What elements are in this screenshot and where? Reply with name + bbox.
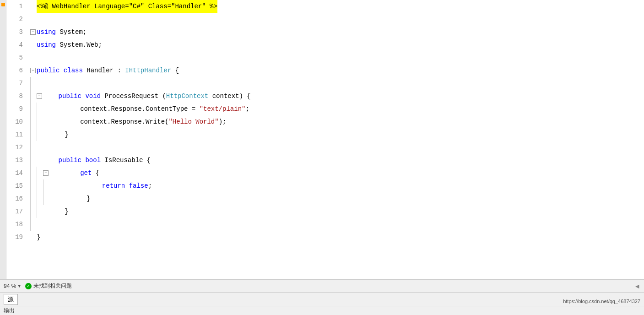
- bar2: [37, 179, 43, 192]
- code-token: [56, 179, 102, 192]
- zoom-dropdown-icon[interactable]: ▼: [17, 283, 22, 288]
- code-token: public: [59, 154, 81, 167]
- collapse-btn[interactable]: −: [30, 29, 36, 35]
- output-text: 输出: [4, 307, 15, 315]
- code-token: <%@ WebHandler Language="C#" Class="Hand…: [37, 0, 217, 13]
- bar1: [30, 205, 37, 218]
- line-number: 19: [6, 231, 26, 244]
- code-line: [30, 77, 644, 90]
- bar1: [30, 192, 37, 205]
- line-number: 18: [6, 218, 26, 231]
- code-token: context.Response.ContentType =: [49, 103, 200, 115]
- code-line: }: [30, 205, 644, 218]
- code-line: [30, 218, 644, 231]
- bar1: [30, 218, 37, 231]
- code-token: }: [49, 205, 69, 218]
- code-content[interactable]: <%@ WebHandler Language="C#" Class="Hand…: [28, 0, 644, 279]
- bar2: [37, 103, 43, 115]
- code-token: "text/plain": [200, 103, 246, 115]
- bar1: [30, 179, 37, 192]
- code-token: return: [102, 179, 125, 192]
- line-numbers: 12345678910111213141516171819: [6, 0, 28, 279]
- code-line: [30, 141, 644, 154]
- code-line: −using System;: [30, 26, 644, 38]
- code-token: ;: [148, 179, 152, 192]
- bar2: [37, 128, 43, 141]
- code-token: }: [56, 192, 91, 205]
- code-line: <%@ WebHandler Language="C#" Class="Hand…: [30, 0, 644, 13]
- line-number: 14: [6, 167, 26, 179]
- code-line: context.Response.Write("Hello World");: [30, 115, 644, 128]
- code-token: IsReusable {: [101, 154, 151, 167]
- bar2: [37, 115, 43, 128]
- code-token: [43, 154, 59, 167]
- source-button[interactable]: 源: [4, 294, 18, 305]
- bar1: [30, 167, 37, 179]
- bar1: [30, 141, 37, 154]
- code-token: context) {: [208, 90, 250, 103]
- zoom-control[interactable]: 94 % ▼: [4, 283, 22, 289]
- line-number: 7: [6, 77, 26, 90]
- code-token: HttpContext: [166, 90, 208, 103]
- code-token: );: [219, 115, 227, 128]
- code-token: context.Response.Write(: [49, 115, 168, 128]
- code-token: System;: [56, 26, 87, 38]
- status-message: ✓ 未找到相关问题: [25, 282, 72, 290]
- bar3: [43, 192, 49, 205]
- code-token: [125, 179, 129, 192]
- bar1: [30, 115, 37, 128]
- collapse-btn[interactable]: −: [30, 68, 36, 73]
- line-number: 16: [6, 192, 26, 205]
- code-editor: 12345678910111213141516171819 <%@ WebHan…: [0, 0, 644, 279]
- code-token: ;: [245, 103, 249, 115]
- code-token: false: [129, 179, 148, 192]
- code-line: [30, 13, 644, 26]
- code-token: Handler :: [83, 64, 125, 77]
- bar1: [30, 154, 37, 167]
- bottom-toolbar: 源 https://blog.csdn.net/qq_46874327: [0, 292, 644, 306]
- code-token: IHttpHandler: [125, 64, 171, 77]
- line-number: 5: [6, 51, 26, 64]
- bar1: [30, 128, 37, 141]
- collapse-btn[interactable]: −: [37, 93, 42, 99]
- line-number: 10: [6, 115, 26, 128]
- code-line: return false;: [30, 179, 644, 192]
- scroll-indicator[interactable]: ◄: [634, 282, 640, 290]
- left-strip: [0, 0, 6, 279]
- line-number: 13: [6, 154, 26, 167]
- url-display: https://blog.csdn.net/qq_46874327: [563, 299, 640, 304]
- bar1: [30, 90, 37, 103]
- code-token: {: [92, 167, 99, 179]
- code-line: }: [30, 231, 644, 244]
- code-token: bool: [85, 154, 101, 167]
- code-token: public: [43, 90, 81, 103]
- line-number: 1: [6, 0, 26, 13]
- code-token: }: [37, 231, 40, 244]
- code-token: }: [49, 128, 69, 141]
- line-number: 15: [6, 179, 26, 192]
- bar1: [30, 77, 37, 90]
- code-token: void: [85, 90, 101, 103]
- code-line: context.Response.ContentType = "text/pla…: [30, 103, 644, 115]
- code-token: [60, 64, 63, 77]
- code-token: [49, 167, 80, 179]
- code-line: }: [30, 128, 644, 141]
- indicator-orange: [1, 3, 5, 6]
- status-bar: 94 % ▼ ✓ 未找到相关问题 ◄: [0, 279, 644, 292]
- line-number: 2: [6, 13, 26, 26]
- line-number: 8: [6, 90, 26, 103]
- code-line: −public class Handler : IHttpHandler {: [30, 64, 644, 77]
- collapse-btn[interactable]: −: [43, 170, 49, 176]
- code-token: [81, 154, 85, 167]
- code-token: ProcessRequest (: [101, 90, 166, 103]
- code-token: get: [80, 167, 92, 179]
- code-token: {: [171, 64, 179, 77]
- bar2: [37, 192, 43, 205]
- line-number: 6: [6, 64, 26, 77]
- zoom-value: 94 %: [4, 283, 16, 289]
- line-number: 3: [6, 26, 26, 38]
- line-number: 9: [6, 103, 26, 115]
- line-number: 12: [6, 141, 26, 154]
- code-token: using: [37, 38, 56, 51]
- bar1: [30, 103, 37, 115]
